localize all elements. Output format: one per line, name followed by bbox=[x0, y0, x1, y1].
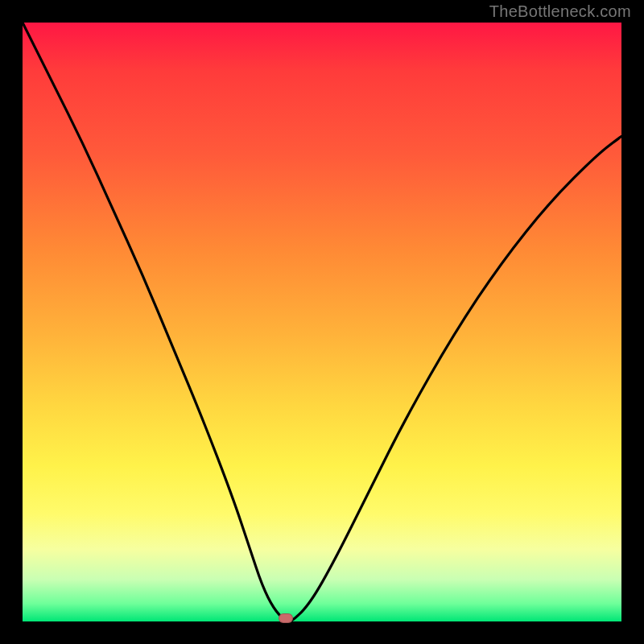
minimum-marker bbox=[279, 613, 293, 623]
bottleneck-curve bbox=[23, 23, 621, 621]
watermark-text: TheBottleneck.com bbox=[489, 2, 631, 21]
plot-area bbox=[23, 23, 621, 621]
chart-frame: TheBottleneck.com bbox=[0, 0, 644, 644]
